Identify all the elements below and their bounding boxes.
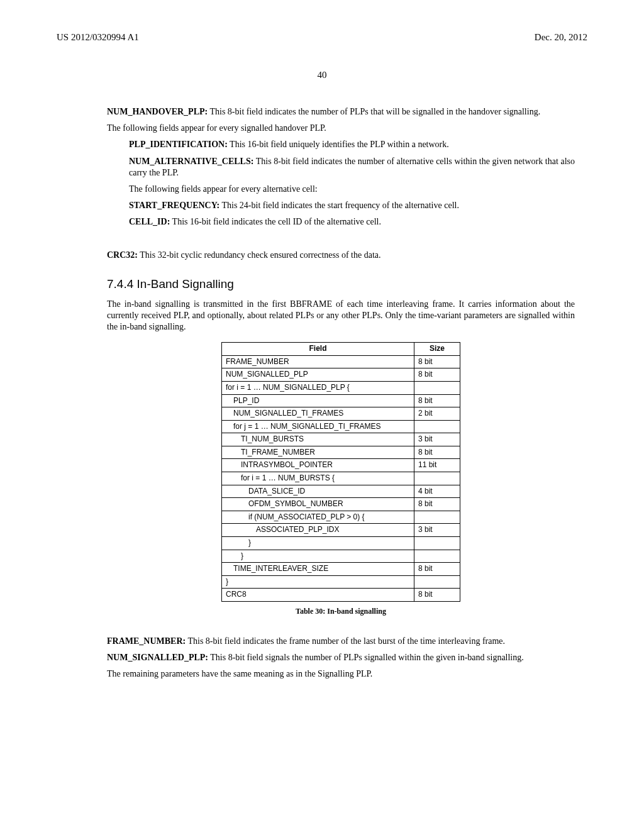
field-name: CRC32:: [107, 250, 138, 260]
field-name: NUM_ALTERNATIVE_CELLS:: [129, 157, 253, 166]
field-text: This 24-bit field indicates the start fr…: [219, 201, 459, 210]
cell-field: for i = 1 … NUM_SIGNALLED_PLP {: [222, 381, 414, 394]
field-text: This 8-bit field indicates the frame num…: [186, 636, 505, 646]
cell-size: [414, 537, 460, 550]
def-num-signalled-plp: NUM_SIGNALLED_PLP: This 8-bit field sign…: [107, 652, 575, 663]
cell-size: 11 bit: [414, 459, 460, 472]
cell-size: [414, 420, 460, 433]
field-text: This 16-bit field uniquely identifies th…: [228, 140, 449, 149]
cell-size: 8 bit: [414, 394, 460, 407]
field-name: FRAME_NUMBER:: [107, 636, 186, 646]
cell-field: if (NUM_ASSOCIATED_PLP > 0) {: [222, 511, 414, 524]
table-header-row: Field Size: [222, 343, 460, 356]
cell-field: TI_NUM_BURSTS: [222, 433, 414, 446]
cell-field: ASSOCIATED_PLP_IDX: [222, 524, 414, 537]
cell-size: 3 bit: [414, 433, 460, 446]
cell-field: for j = 1 … NUM_SIGNALLED_TI_FRAMES: [222, 420, 414, 433]
table-row: for j = 1 … NUM_SIGNALLED_TI_FRAMES: [222, 420, 460, 433]
cell-size: 4 bit: [414, 485, 460, 498]
table-row: }: [222, 537, 460, 550]
table-row: CRC88 bit: [222, 589, 460, 602]
doc-number: US 2012/0320994 A1: [57, 31, 139, 44]
cell-size: 8 bit: [414, 589, 460, 602]
def-num-handover-plp: NUM_HANDOVER_PLP: This 8-bit field indic…: [107, 106, 575, 118]
cell-size: 8 bit: [414, 498, 460, 511]
table-row: OFDM_SYMBOL_NUMBER8 bit: [222, 498, 460, 511]
cell-field: NUM_SIGNALLED_TI_FRAMES: [222, 407, 414, 421]
cell-field: CRC8: [222, 589, 414, 602]
def-frame-number: FRAME_NUMBER: This 8-bit field indicates…: [107, 636, 575, 647]
cell-size: 2 bit: [414, 407, 460, 421]
table-row: }: [222, 550, 460, 563]
cell-field: DATA_SLICE_ID: [222, 485, 414, 498]
section-title: In-Band Signalling: [137, 277, 234, 290]
col-field: Field: [222, 343, 414, 356]
def-crc32: CRC32: This 32-bit cyclic redundancy che…: [107, 250, 575, 261]
cell-field: NUM_SIGNALLED_PLP: [222, 368, 414, 382]
page-number: 40: [57, 69, 587, 82]
inband-table: Field Size FRAME_NUMBER8 bitNUM_SIGNALLE…: [221, 342, 460, 602]
table-row: for i = 1 … NUM_SIGNALLED_PLP {: [222, 381, 460, 394]
table-row: DATA_SLICE_ID4 bit: [222, 485, 460, 498]
para-remaining: The remaining parameters have the same m…: [107, 668, 575, 680]
field-name: START_FREQUENCY:: [129, 201, 219, 210]
def-num-alternative-cells: NUM_ALTERNATIVE_CELLS: This 8-bit field …: [129, 156, 575, 179]
section-intro: The in-band signalling is transmitted in…: [107, 299, 575, 333]
cell-field: }: [222, 550, 414, 563]
field-text: This 32-bit cyclic redundancy check ensu…: [138, 250, 381, 260]
page-header: US 2012/0320994 A1 Dec. 20, 2012: [57, 31, 587, 44]
cell-size: 3 bit: [414, 524, 460, 537]
field-text: This 16-bit field indicates the cell ID …: [170, 217, 381, 226]
table-row: if (NUM_ASSOCIATED_PLP > 0) {: [222, 511, 460, 524]
content-block: NUM_HANDOVER_PLP: This 8-bit field indic…: [107, 106, 575, 680]
field-text: This 8-bit field indicates the number of…: [208, 107, 540, 116]
table-row: }: [222, 575, 460, 589]
field-name: NUM_SIGNALLED_PLP:: [107, 653, 208, 662]
table-row: TIME_INTERLEAVER_SIZE8 bit: [222, 563, 460, 576]
cell-field: TI_FRAME_NUMBER: [222, 446, 414, 459]
cell-size: 8 bit: [414, 446, 460, 459]
def-plp-identification: PLP_IDENTIFICATION: This 16-bit field un…: [129, 139, 575, 150]
field-name: CELL_ID:: [129, 217, 170, 226]
cell-field: }: [222, 575, 414, 589]
field-name: PLP_IDENTIFICATION:: [129, 140, 228, 149]
table-row: INTRASYMBOL_POINTER11 bit: [222, 459, 460, 472]
table-wrap: Field Size FRAME_NUMBER8 bitNUM_SIGNALLE…: [221, 342, 460, 602]
table-row: TI_NUM_BURSTS3 bit: [222, 433, 460, 446]
cell-size: [414, 381, 460, 394]
cell-field: PLP_ID: [222, 394, 414, 407]
para-altcell: The following fields appear for every al…: [129, 184, 575, 195]
cell-size: 8 bit: [414, 368, 460, 382]
field-text: This 8-bit field signals the number of P…: [208, 653, 524, 662]
cell-size: [414, 472, 460, 485]
cell-field: INTRASYMBOL_POINTER: [222, 459, 414, 472]
cell-size: [414, 550, 460, 563]
para-handover: The following fields appear for every si…: [107, 123, 575, 134]
section-heading: 7.4.4 In-Band Signalling: [107, 277, 575, 292]
cell-size: [414, 511, 460, 524]
cell-field: for i = 1 … NUM_BURSTS {: [222, 472, 414, 485]
table-row: for i = 1 … NUM_BURSTS {: [222, 472, 460, 485]
cell-size: [414, 575, 460, 589]
cell-size: 8 bit: [414, 355, 460, 368]
table-row: ASSOCIATED_PLP_IDX3 bit: [222, 524, 460, 537]
table-row: TI_FRAME_NUMBER8 bit: [222, 446, 460, 459]
table-caption: Table 30: In-band signalling: [107, 607, 575, 617]
cell-field: OFDM_SYMBOL_NUMBER: [222, 498, 414, 511]
cell-field: TIME_INTERLEAVER_SIZE: [222, 563, 414, 576]
cell-field: FRAME_NUMBER: [222, 355, 414, 368]
cell-field: }: [222, 537, 414, 550]
table-row: PLP_ID8 bit: [222, 394, 460, 407]
doc-date: Dec. 20, 2012: [535, 31, 587, 44]
cell-size: 8 bit: [414, 563, 460, 576]
table-row: NUM_SIGNALLED_TI_FRAMES2 bit: [222, 407, 460, 421]
table-row: FRAME_NUMBER8 bit: [222, 355, 460, 368]
field-name: NUM_HANDOVER_PLP:: [107, 107, 208, 116]
table-row: NUM_SIGNALLED_PLP8 bit: [222, 368, 460, 382]
section-number: 7.4.4: [107, 277, 133, 290]
def-start-frequency: START_FREQUENCY: This 24-bit field indic…: [129, 200, 575, 211]
col-size: Size: [414, 343, 460, 356]
def-cell-id: CELL_ID: This 16-bit field indicates the…: [129, 216, 575, 228]
